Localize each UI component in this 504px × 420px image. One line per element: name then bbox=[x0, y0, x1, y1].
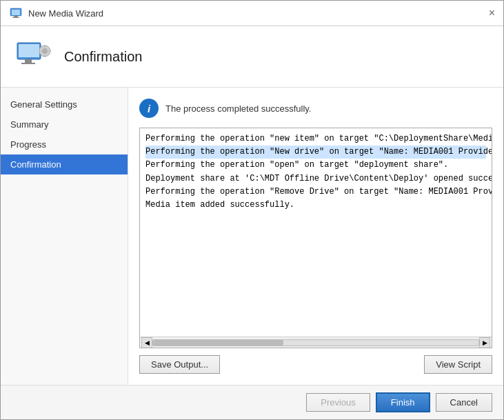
sidebar-item-summary[interactable]: Summary bbox=[1, 114, 128, 134]
title-bar: New Media Wizard × bbox=[1, 1, 503, 26]
scroll-thumb[interactable] bbox=[153, 340, 283, 346]
log-buttons: Save Output... View Script bbox=[139, 355, 492, 374]
log-line: Performing the operation "New drive" on … bbox=[145, 146, 486, 159]
svg-rect-10 bbox=[44, 45, 46, 48]
cancel-button[interactable]: Cancel bbox=[436, 393, 492, 412]
window-title: New Media Wizard bbox=[28, 8, 103, 19]
footer: Previous Finish Cancel bbox=[1, 385, 503, 419]
status-bar: i The process completed successfully. bbox=[139, 99, 492, 118]
svg-rect-6 bbox=[25, 59, 32, 63]
wizard-window: New Media Wizard × Confirmation General … bbox=[0, 0, 504, 420]
svg-rect-7 bbox=[21, 63, 35, 64]
finish-button[interactable]: Finish bbox=[376, 392, 430, 412]
sidebar-item-general-settings[interactable]: General Settings bbox=[1, 94, 128, 114]
horizontal-scrollbar[interactable]: ◀ ▶ bbox=[140, 337, 492, 348]
log-line: Media item added successfully. bbox=[145, 199, 486, 212]
status-text: The process completed successfully. bbox=[165, 103, 311, 114]
sidebar: General Settings Summary Progress Confir… bbox=[1, 88, 128, 385]
log-line: Performing the operation "open" on targe… bbox=[145, 159, 486, 172]
header-section: Confirmation bbox=[1, 26, 503, 88]
close-button[interactable]: × bbox=[489, 8, 495, 19]
svg-rect-12 bbox=[39, 50, 41, 52]
main-body: General Settings Summary Progress Confir… bbox=[1, 88, 503, 385]
view-script-button[interactable]: View Script bbox=[424, 355, 492, 374]
scroll-left-arrow[interactable]: ◀ bbox=[141, 337, 152, 348]
scroll-track[interactable] bbox=[152, 339, 479, 346]
scroll-right-arrow[interactable]: ▶ bbox=[479, 337, 490, 348]
log-line: Deployment share at 'C:\MDT Offline Driv… bbox=[145, 172, 486, 186]
svg-rect-3 bbox=[12, 17, 19, 18]
svg-rect-5 bbox=[19, 44, 39, 57]
svg-point-9 bbox=[42, 48, 48, 54]
page-title: Confirmation bbox=[64, 49, 142, 65]
previous-button[interactable]: Previous bbox=[306, 393, 370, 412]
svg-rect-2 bbox=[14, 16, 18, 17]
log-line: Performing the operation "Remove Drive" … bbox=[145, 186, 486, 199]
sidebar-item-confirmation[interactable]: Confirmation bbox=[1, 154, 128, 174]
log-content[interactable]: Performing the operation "new item" on t… bbox=[140, 128, 492, 337]
title-bar-left: New Media Wizard bbox=[9, 6, 103, 20]
svg-rect-11 bbox=[44, 54, 46, 57]
computer-icon bbox=[9, 6, 23, 20]
log-container[interactable]: Performing the operation "new item" on t… bbox=[139, 128, 492, 348]
info-icon: i bbox=[139, 99, 159, 118]
sidebar-item-progress[interactable]: Progress bbox=[1, 134, 128, 154]
save-output-button[interactable]: Save Output... bbox=[139, 355, 220, 374]
svg-rect-1 bbox=[12, 10, 20, 15]
svg-rect-13 bbox=[48, 50, 51, 52]
wizard-header-icon bbox=[14, 37, 53, 76]
log-line: Performing the operation "new item" on t… bbox=[145, 132, 486, 146]
content-area: i The process completed successfully. Pe… bbox=[128, 88, 503, 385]
